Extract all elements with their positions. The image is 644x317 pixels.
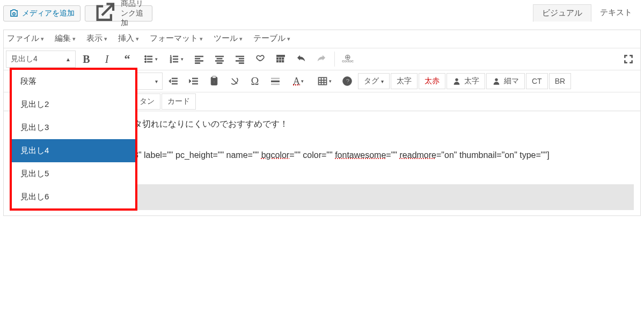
menu-format[interactable]: フォーマット (150, 33, 203, 44)
svg-rect-28 (282, 58, 284, 60)
tag-button[interactable]: タグ▾ (358, 73, 390, 89)
tan-button[interactable]: タン (134, 93, 160, 110)
svg-rect-4 (147, 59, 152, 60)
special-char-button[interactable]: Ω (245, 71, 265, 91)
format-dropdown: 段落 見出し2 見出し3 見出し4 見出し5 見出し6 (10, 68, 137, 211)
svg-rect-8 (173, 56, 178, 57)
svg-rect-22 (239, 58, 244, 59)
svg-rect-13 (195, 56, 203, 57)
sc-bgcolor: bgcolor (261, 150, 289, 160)
svg-point-3 (144, 58, 146, 60)
svg-rect-24 (239, 63, 244, 64)
svg-rect-20 (217, 63, 222, 64)
hr-button[interactable] (266, 71, 285, 91)
svg-rect-26 (277, 58, 279, 60)
link-button[interactable] (251, 49, 270, 69)
menubar: ファイル 編集 表示 挿入 フォーマット ツール テーブル (4, 30, 640, 48)
svg-rect-34 (172, 83, 178, 84)
blockquote-button[interactable]: “ (118, 49, 137, 69)
svg-rect-25 (277, 55, 285, 57)
tab-text[interactable]: テキスト (591, 4, 641, 22)
svg-point-1 (144, 55, 146, 57)
sc-readmore: readmore (400, 150, 436, 160)
svg-point-51 (455, 78, 458, 81)
chevron-up-icon: ▲ (65, 56, 71, 62)
menu-view[interactable]: 表示 (86, 33, 107, 44)
align-left-button[interactable] (189, 49, 209, 69)
ct-button[interactable]: CT (526, 73, 548, 89)
card-button[interactable]: カード (162, 93, 196, 110)
menu-tools[interactable]: ツール (214, 33, 243, 44)
format-option-h3[interactable]: 見出し3 (12, 116, 135, 139)
svg-rect-37 (193, 83, 198, 84)
svg-rect-31 (282, 61, 284, 62)
format-option-h5[interactable]: 見出し5 (12, 162, 135, 185)
format-option-h6[interactable]: 見出し6 (12, 185, 135, 208)
svg-rect-43 (272, 84, 280, 85)
camera-music-icon (9, 9, 19, 18)
menu-file[interactable]: ファイル (7, 33, 44, 44)
table-button[interactable]: ▾ (312, 71, 336, 91)
svg-rect-30 (280, 61, 281, 62)
style-select[interactable]: ▾ (134, 73, 163, 90)
svg-rect-41 (272, 78, 280, 79)
sc-rest: " label="" pc_height="" name="" (138, 150, 261, 160)
add-media-button[interactable]: メディアを追加 (3, 5, 80, 21)
indent-button[interactable] (184, 71, 203, 91)
svg-rect-32 (172, 78, 178, 79)
user-bold-button[interactable]: 太字 (447, 73, 485, 89)
outdent-button[interactable] (164, 71, 183, 91)
toolbar-row-1: 見出し4 ▲ B I “ ▾ 123▾ ⊕codoc (4, 48, 640, 70)
italic-button[interactable]: I (97, 49, 116, 69)
share-icon (91, 0, 118, 27)
svg-text:?: ? (346, 77, 350, 84)
svg-rect-36 (193, 81, 198, 82)
toolbar-toggle-button[interactable] (271, 49, 290, 69)
redo-button[interactable] (312, 49, 331, 69)
br-button[interactable]: BR (549, 73, 571, 89)
clear-format-button[interactable] (225, 71, 244, 91)
svg-rect-14 (195, 58, 200, 59)
help-button[interactable]: ? (338, 71, 357, 91)
format-select[interactable]: 見出し4 ▲ (6, 51, 76, 68)
svg-rect-17 (216, 56, 224, 57)
add-product-link-button[interactable]: 商品リンク追加 (85, 5, 152, 21)
paste-button[interactable]: T (204, 71, 224, 91)
svg-rect-12 (173, 61, 178, 62)
menu-edit[interactable]: 編集 (55, 33, 76, 44)
tab-visual[interactable]: ビジュアル (533, 4, 591, 22)
add-media-label: メディアを追加 (22, 9, 75, 18)
format-option-paragraph[interactable]: 段落 (12, 70, 135, 93)
menu-insert[interactable]: 挿入 (118, 33, 139, 44)
bold-red-button[interactable]: 太赤 (419, 73, 445, 89)
format-select-label: 見出し4 (11, 54, 38, 64)
svg-rect-35 (193, 78, 198, 79)
text-color-button[interactable]: A▾ (286, 71, 311, 91)
svg-rect-23 (236, 61, 244, 62)
menu-table[interactable]: テーブル (253, 33, 290, 44)
bold-text-button[interactable]: 太字 (391, 73, 418, 89)
align-center-button[interactable] (210, 49, 229, 69)
add-product-link-label: 商品リンク追加 (121, 0, 147, 28)
body-line1: タ切れになりにくいのでおすすめです！ (134, 119, 288, 128)
bold-button[interactable]: B (77, 49, 96, 69)
codoc-button[interactable]: ⊕codoc (338, 49, 357, 69)
svg-text:3: 3 (170, 60, 171, 63)
fullscreen-button[interactable] (619, 49, 638, 69)
separator (334, 52, 335, 67)
format-option-h4[interactable]: 見出し4 (12, 139, 135, 162)
svg-rect-19 (216, 61, 224, 62)
svg-rect-44 (318, 77, 326, 84)
svg-rect-21 (236, 56, 244, 57)
svg-rect-27 (280, 58, 281, 60)
ordered-list-button[interactable]: 123▾ (164, 49, 188, 69)
undo-button[interactable] (291, 49, 311, 69)
user-thin-button[interactable]: 細マ (486, 73, 525, 89)
bullet-list-button[interactable]: ▾ (138, 49, 163, 69)
svg-rect-18 (217, 58, 222, 59)
svg-rect-42 (272, 81, 280, 82)
format-option-h2[interactable]: 見出し2 (12, 93, 135, 116)
align-right-button[interactable] (230, 49, 250, 69)
svg-rect-29 (277, 61, 279, 62)
svg-rect-15 (195, 61, 203, 62)
